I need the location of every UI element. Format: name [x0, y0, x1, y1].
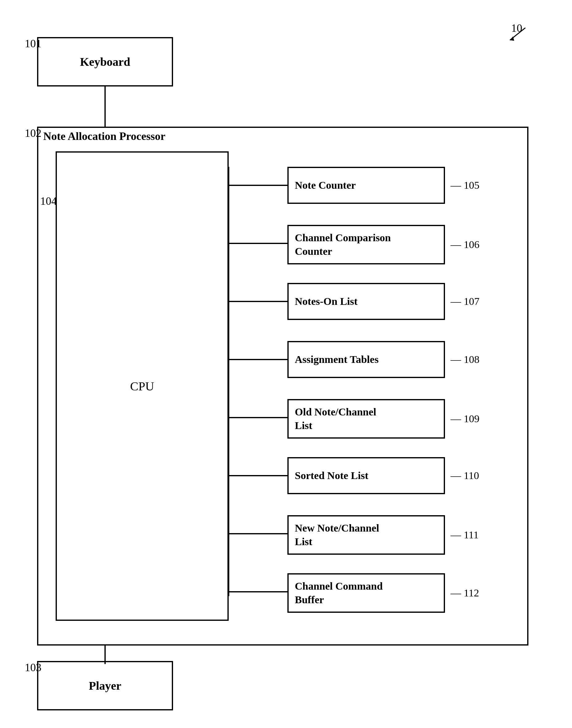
sorted-note-list-box: Sorted Note List [287, 457, 445, 494]
channel-command-buffer-box: Channel CommandBuffer [287, 573, 445, 613]
assignment-tables-row: Assignment Tables — 108 [287, 341, 480, 378]
ref-110: — 110 [450, 470, 479, 482]
old-note-channel-list-row: Old Note/ChannelList — 109 [287, 399, 480, 438]
ref-105: — 105 [450, 179, 480, 191]
note-counter-label: Note Counter [295, 179, 356, 191]
notes-on-list-row: Notes-On List — 107 [287, 283, 480, 320]
new-note-channel-list-row: New Note/ChannelList — 111 [287, 515, 479, 555]
assignment-tables-label: Assignment Tables [295, 354, 378, 366]
old-note-channel-list-box: Old Note/ChannelList [287, 399, 445, 438]
line-keyboard-to-nap [104, 86, 106, 127]
ref-10-arrow [504, 25, 528, 43]
note-counter-box: Note Counter [287, 167, 445, 204]
nap-label: Note Allocation Processor [43, 130, 165, 143]
ref-103: 103 [25, 661, 42, 674]
ref-107: — 107 [450, 296, 480, 307]
notes-on-list-box: Notes-On List [287, 283, 445, 320]
ref-106: — 106 [450, 239, 480, 250]
channel-comparison-counter-row: Channel ComparisonCounter — 106 [287, 225, 480, 264]
cpu-box: CPU [56, 151, 229, 621]
sorted-note-list-label: Sorted Note List [295, 470, 368, 482]
cpu-label: CPU [130, 379, 154, 394]
assignment-tables-box: Assignment Tables [287, 341, 445, 378]
player-box: Player [37, 661, 173, 710]
ref-102: 102 [25, 127, 42, 140]
ref-104: 104 [40, 194, 57, 208]
ref-108: — 108 [450, 354, 480, 366]
sorted-note-list-row: Sorted Note List — 110 [287, 457, 479, 494]
channel-comparison-counter-label: Channel ComparisonCounter [295, 231, 391, 258]
channel-comparison-counter-box: Channel ComparisonCounter [287, 225, 445, 264]
diagram-container: 10 Keyboard 101 Note Allocation Processo… [18, 18, 553, 717]
keyboard-label: Keyboard [80, 55, 130, 69]
keyboard-box: Keyboard [37, 37, 173, 86]
new-note-channel-list-box: New Note/ChannelList [287, 515, 445, 555]
notes-on-list-label: Notes-On List [295, 296, 358, 307]
ref-109: — 109 [450, 413, 480, 425]
note-counter-row: Note Counter — 105 [287, 167, 480, 204]
ref-112: — 112 [450, 587, 479, 599]
channel-command-buffer-label: Channel CommandBuffer [295, 579, 382, 606]
old-note-channel-list-label: Old Note/ChannelList [295, 405, 376, 432]
ref-111: — 111 [450, 529, 479, 541]
channel-command-buffer-row: Channel CommandBuffer — 112 [287, 573, 479, 613]
player-label: Player [89, 679, 122, 693]
new-note-channel-list-label: New Note/ChannelList [295, 521, 379, 549]
ref-101: 101 [25, 37, 42, 50]
